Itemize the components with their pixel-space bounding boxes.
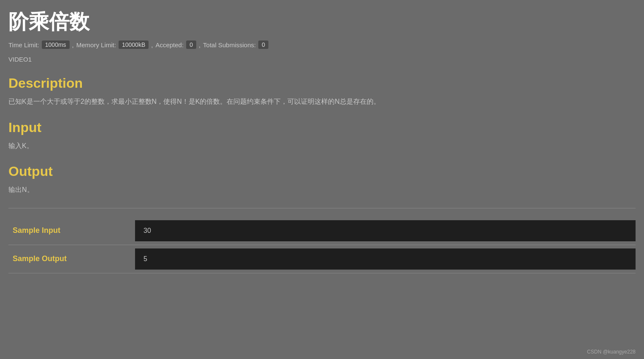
separator1: , [72, 41, 74, 49]
separator3: , [199, 41, 200, 49]
sample-input-value: 30 [135, 220, 636, 241]
time-limit-label: Time Limit: [8, 41, 39, 49]
accepted-badge: 0 [186, 40, 196, 49]
sample-input-label: Sample Input [8, 217, 135, 245]
page-title: 阶乘倍数 [8, 8, 636, 35]
description-body: 已知K是一个大于或等于2的整数，求最小正整数N，使得N！是K的倍数。在问题约束条… [8, 96, 636, 107]
time-limit-badge: 1000ms [42, 40, 70, 49]
sample-input-row: Sample Input 30 [8, 217, 636, 245]
output-body: 输出N。 [8, 184, 636, 195]
sample-output-row: Sample Output 5 [8, 245, 636, 273]
separator2: , [151, 41, 153, 49]
divider [8, 208, 636, 208]
input-body: 输入K。 [8, 140, 636, 151]
video-tag: VIDEO1 [8, 56, 636, 63]
meta-line: Time Limit: 1000ms , Memory Limit: 10000… [8, 40, 636, 49]
footer-note: CSDN @kuangye228 [587, 349, 636, 355]
total-submissions-label: Total Submissions: [203, 41, 256, 49]
sample-output-label: Sample Output [8, 245, 135, 273]
memory-limit-label: Memory Limit: [76, 41, 116, 49]
input-title: Input [8, 120, 636, 135]
output-title: Output [8, 164, 636, 179]
description-title: Description [8, 76, 636, 91]
sample-output-value: 5 [135, 248, 636, 270]
memory-limit-badge: 10000kB [119, 40, 149, 49]
accepted-label: Accepted: [155, 41, 184, 49]
total-submissions-badge: 0 [258, 40, 268, 49]
